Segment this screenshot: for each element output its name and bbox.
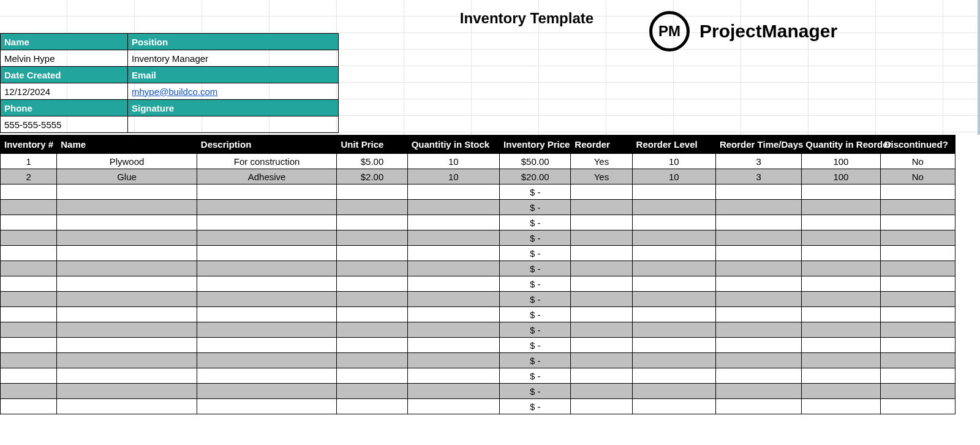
cell-qty_stock[interactable] <box>407 276 499 292</box>
email-link[interactable]: mhype@buildco.com <box>132 86 217 97</box>
cell-inv_price[interactable]: $ - <box>500 200 571 215</box>
cell-discontinued[interactable] <box>880 353 955 368</box>
cell-inv_price[interactable]: $ - <box>500 184 571 200</box>
cell-reorder_level[interactable] <box>632 399 715 414</box>
cell-reorder_level[interactable] <box>632 261 715 276</box>
cell-reorder_qty[interactable]: 100 <box>802 154 880 169</box>
cell-qty_stock[interactable] <box>407 246 499 261</box>
cell-unit_price[interactable] <box>337 200 407 215</box>
cell-inv_price[interactable]: $ - <box>500 353 571 368</box>
cell-reorder_qty[interactable]: 100 <box>802 169 880 184</box>
cell-reorder_level[interactable] <box>632 200 715 215</box>
cell-reorder_days[interactable] <box>715 276 801 292</box>
cell-inv_no[interactable] <box>1 276 57 292</box>
cell-inv_price[interactable]: $ - <box>500 307 571 322</box>
cell-inv_price[interactable]: $ - <box>500 261 571 276</box>
cell-qty_stock[interactable] <box>407 261 499 276</box>
cell-discontinued[interactable] <box>880 399 955 414</box>
cell-reorder_qty[interactable] <box>802 368 880 384</box>
cell-inv_price[interactable]: $ - <box>500 368 571 384</box>
cell-reorder_days[interactable] <box>715 200 801 215</box>
cell-inv_no[interactable] <box>1 261 57 276</box>
cell-reorder_level[interactable] <box>632 353 715 368</box>
cell-reorder_days[interactable]: 3 <box>715 169 801 184</box>
cell-description[interactable]: For construction <box>197 154 337 169</box>
cell-reorder[interactable] <box>571 261 632 276</box>
cell-reorder_level[interactable] <box>632 368 715 384</box>
cell-name[interactable] <box>57 384 197 399</box>
cell-inv_no[interactable] <box>1 399 57 414</box>
cell-name[interactable] <box>57 307 197 322</box>
cell-reorder[interactable] <box>571 184 632 200</box>
cell-name[interactable]: Plywood <box>57 154 197 169</box>
cell-discontinued[interactable] <box>880 246 955 261</box>
cell-qty_stock[interactable] <box>407 292 499 307</box>
cell-inv_price[interactable]: $ - <box>500 276 571 292</box>
cell-reorder_level[interactable] <box>632 322 715 338</box>
cell-reorder_level[interactable] <box>632 338 715 353</box>
cell-unit_price[interactable] <box>337 261 407 276</box>
cell-description[interactable] <box>197 200 337 215</box>
cell-reorder_days[interactable] <box>715 230 801 246</box>
cell-inv_no[interactable] <box>1 230 57 246</box>
cell-unit_price[interactable] <box>337 246 407 261</box>
cell-qty_stock[interactable] <box>407 353 499 368</box>
cell-name[interactable] <box>57 200 197 215</box>
cell-reorder_level[interactable]: 10 <box>632 154 715 169</box>
cell-unit_price[interactable] <box>337 399 407 414</box>
cell-unit_price[interactable] <box>337 353 407 368</box>
cell-reorder_qty[interactable] <box>802 353 880 368</box>
cell-reorder_days[interactable] <box>715 184 801 200</box>
cell-reorder_qty[interactable] <box>802 230 880 246</box>
cell-inv_price[interactable]: $ - <box>500 399 571 414</box>
cell-reorder_days[interactable] <box>715 215 801 230</box>
cell-inv_no[interactable] <box>1 184 57 200</box>
cell-inv_no[interactable] <box>1 384 57 399</box>
cell-discontinued[interactable] <box>880 215 955 230</box>
cell-name[interactable] <box>57 184 197 200</box>
cell-description[interactable] <box>197 292 337 307</box>
cell-inv_price[interactable]: $ - <box>500 230 571 246</box>
cell-description[interactable] <box>197 307 337 322</box>
meta-email-cell[interactable]: mhype@buildco.com <box>128 83 339 100</box>
cell-reorder_qty[interactable] <box>802 307 880 322</box>
cell-name[interactable] <box>57 230 197 246</box>
cell-description[interactable] <box>197 322 337 338</box>
cell-unit_price[interactable] <box>337 184 407 200</box>
cell-reorder_qty[interactable] <box>802 184 880 200</box>
cell-reorder[interactable] <box>571 230 632 246</box>
cell-name[interactable] <box>57 246 197 261</box>
cell-reorder_days[interactable] <box>715 399 801 414</box>
cell-name[interactable] <box>57 368 197 384</box>
cell-inv_price[interactable]: $ - <box>500 338 571 353</box>
cell-reorder_days[interactable] <box>715 261 801 276</box>
cell-reorder_level[interactable] <box>632 230 715 246</box>
cell-reorder_days[interactable] <box>715 322 801 338</box>
cell-reorder[interactable]: Yes <box>571 169 632 184</box>
meta-signature-cell[interactable] <box>128 116 339 133</box>
cell-description[interactable] <box>197 215 337 230</box>
cell-reorder[interactable] <box>571 338 632 353</box>
cell-unit_price[interactable] <box>337 292 407 307</box>
cell-description[interactable]: Adhesive <box>197 169 337 184</box>
cell-description[interactable] <box>197 384 337 399</box>
cell-reorder[interactable] <box>571 246 632 261</box>
cell-description[interactable] <box>197 184 337 200</box>
cell-description[interactable] <box>197 338 337 353</box>
cell-reorder_days[interactable] <box>715 368 801 384</box>
cell-qty_stock[interactable] <box>407 230 499 246</box>
meta-date-cell[interactable]: 12/12/2024 <box>1 83 128 100</box>
cell-reorder_level[interactable] <box>632 276 715 292</box>
cell-name[interactable] <box>57 215 197 230</box>
cell-unit_price[interactable]: $5.00 <box>337 154 407 169</box>
cell-reorder_qty[interactable] <box>802 292 880 307</box>
cell-name[interactable] <box>57 353 197 368</box>
cell-reorder[interactable]: Yes <box>571 154 632 169</box>
cell-name[interactable]: Glue <box>57 169 197 184</box>
cell-qty_stock[interactable] <box>407 200 499 215</box>
cell-reorder_level[interactable]: 10 <box>632 169 715 184</box>
cell-unit_price[interactable] <box>337 276 407 292</box>
cell-qty_stock[interactable]: 10 <box>407 169 499 184</box>
cell-inv_no[interactable] <box>1 292 57 307</box>
cell-reorder[interactable] <box>571 353 632 368</box>
